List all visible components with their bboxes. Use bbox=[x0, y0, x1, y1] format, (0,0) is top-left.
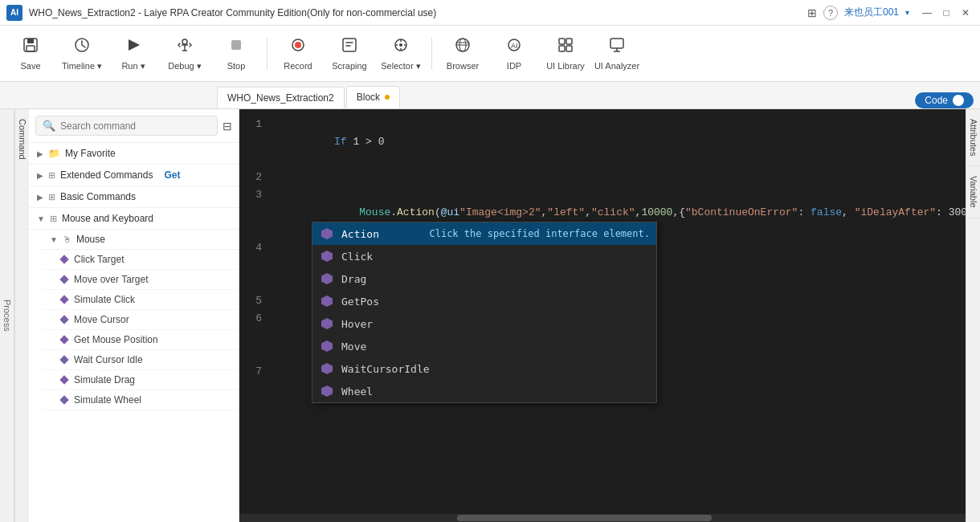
minimize-button[interactable]: — bbox=[919, 5, 935, 21]
help-icon[interactable]: ? bbox=[823, 6, 838, 20]
attributes-tab[interactable]: Attributes bbox=[967, 109, 980, 166]
sidebar-item-click-target[interactable]: Click Target bbox=[42, 250, 239, 270]
diamond-icon bbox=[59, 375, 68, 384]
selector-icon bbox=[392, 36, 410, 58]
record-button[interactable]: Record bbox=[274, 30, 322, 78]
ac-item-hover[interactable]: Hover bbox=[312, 312, 656, 335]
variable-tab[interactable]: Variable bbox=[967, 166, 980, 218]
ui-library-label: UI Library bbox=[546, 61, 585, 71]
svg-rect-9 bbox=[343, 39, 356, 51]
save-button[interactable]: Save bbox=[6, 30, 55, 78]
ui-analyzer-button[interactable]: UI Analyzer bbox=[593, 30, 641, 78]
ac-icon-drag bbox=[319, 271, 335, 287]
diamond-icon bbox=[59, 295, 68, 304]
diamond-icon bbox=[59, 315, 68, 324]
command-list: ▶ 📁 My Favorite ▶ ⊞ Extended Commands Ge… bbox=[29, 143, 239, 522]
sidebar-item-wait-cursor-idle[interactable]: Wait Cursor Idle bbox=[42, 350, 239, 370]
sidebar-item-simulate-drag[interactable]: Simulate Drag bbox=[42, 370, 239, 390]
folder-icon: 📁 bbox=[48, 148, 60, 159]
svg-rect-23 bbox=[566, 39, 572, 44]
ac-icon-wheel bbox=[319, 383, 335, 399]
editor-area[interactable]: 1 If 1 > 0 2 3 Mouse.Action(@ui"Image<im… bbox=[239, 109, 966, 522]
sidebar-item-simulate-wheel[interactable]: Simulate Wheel bbox=[42, 390, 239, 410]
chevron-down-icon: ▼ bbox=[50, 235, 58, 244]
app-logo: AI bbox=[6, 5, 22, 21]
ac-item-getpos[interactable]: GetPos bbox=[312, 290, 656, 312]
selector-button[interactable]: Selector ▾ bbox=[377, 30, 425, 78]
click-target-label: Click Target bbox=[74, 254, 124, 265]
sidebar-item-mouse-keyboard[interactable]: ▼ ⊞ Mouse and Keyboard bbox=[29, 208, 239, 230]
grid-icon[interactable]: ⊞ bbox=[807, 6, 817, 19]
run-button[interactable]: Run ▾ bbox=[109, 30, 157, 78]
tab-block[interactable]: Block bbox=[346, 86, 400, 108]
ac-item-move[interactable]: Move bbox=[312, 335, 656, 357]
ac-icon-getpos bbox=[319, 293, 335, 309]
get-mouse-position-label: Get Mouse Position bbox=[74, 334, 158, 345]
svg-text:AI: AI bbox=[511, 42, 518, 50]
sidebar-item-my-favorite[interactable]: ▶ 📁 My Favorite bbox=[29, 143, 239, 165]
hex-icon bbox=[321, 273, 333, 284]
svg-rect-24 bbox=[559, 46, 565, 51]
code-toggle-area: Code bbox=[915, 92, 974, 108]
debug-icon bbox=[176, 36, 194, 58]
scraping-button[interactable]: Scraping bbox=[325, 30, 374, 78]
mouse-sub-label: Mouse bbox=[76, 234, 105, 245]
ac-item-waitcursoridle[interactable]: WaitCursorIdle bbox=[312, 357, 656, 380]
ui-library-button[interactable]: UI Library bbox=[541, 30, 590, 78]
ac-item-drag[interactable]: Drag bbox=[312, 267, 656, 290]
sidebar-item-basic-commands[interactable]: ▶ ⊞ Basic Commands bbox=[29, 186, 239, 208]
stop-button[interactable]: Stop bbox=[212, 30, 260, 78]
my-favorite-label: My Favorite bbox=[65, 148, 116, 159]
command-sidebar[interactable]: Command bbox=[14, 109, 29, 522]
timeline-button[interactable]: Timeline ▾ bbox=[58, 30, 106, 78]
hex-icon bbox=[321, 228, 333, 239]
sidebar-item-simulate-click[interactable]: Simulate Click bbox=[42, 290, 239, 310]
close-button[interactable]: ✕ bbox=[958, 5, 974, 21]
horizontal-scrollbar[interactable] bbox=[239, 514, 966, 522]
basic-cmd-icon: ⊞ bbox=[48, 192, 55, 202]
main-layout: Process Command 🔍 ⊟ ▶ 📁 My Favorite ▶ ⊞ bbox=[0, 109, 980, 522]
chevron-icon: ▶ bbox=[37, 171, 43, 180]
sidebar-item-move-over-target[interactable]: Move over Target bbox=[42, 270, 239, 290]
line-number: 2 bbox=[239, 169, 272, 186]
hex-icon bbox=[321, 296, 333, 307]
get-button[interactable]: Get bbox=[164, 169, 180, 181]
ext-cmd-icon: ⊞ bbox=[48, 170, 55, 181]
ui-library-icon bbox=[557, 36, 574, 58]
debug-button[interactable]: Debug ▾ bbox=[161, 30, 209, 78]
browser-button[interactable]: Browser bbox=[439, 30, 487, 78]
ac-name-action: Action bbox=[341, 228, 416, 240]
process-sidebar[interactable]: Process bbox=[0, 109, 14, 522]
idp-button[interactable]: AI IDP bbox=[490, 30, 538, 78]
search-box[interactable]: 🔍 bbox=[35, 116, 218, 136]
title-right-controls: ⊞ ? 来也员工001 ▾ bbox=[807, 6, 909, 20]
sidebar-item-extended-commands[interactable]: ▶ ⊞ Extended Commands Get bbox=[29, 165, 239, 186]
ui-analyzer-label: UI Analyzer bbox=[594, 61, 639, 71]
line-number: 7 bbox=[239, 363, 272, 381]
svg-rect-22 bbox=[559, 39, 565, 44]
diamond-icon bbox=[59, 255, 68, 263]
ac-item-action[interactable]: Action Click the specified interface ele… bbox=[312, 222, 656, 245]
ac-desc-action: Click the specified interface element. bbox=[429, 228, 650, 239]
sidebar-item-move-cursor[interactable]: Move Cursor bbox=[42, 310, 239, 330]
scrollbar-thumb[interactable] bbox=[457, 515, 711, 521]
simulate-click-label: Simulate Click bbox=[74, 294, 135, 305]
code-toggle-label: Code bbox=[925, 95, 948, 106]
sidebar-item-mouse[interactable]: ▼ 🖱 Mouse bbox=[42, 230, 239, 250]
title-bar: AI WHO_News_Extraction2 - Laiye RPA Crea… bbox=[0, 0, 980, 26]
code-toggle-button[interactable]: Code bbox=[915, 92, 974, 108]
sidebar-item-get-mouse-position[interactable]: Get Mouse Position bbox=[42, 330, 239, 350]
ac-name-move: Move bbox=[341, 341, 650, 353]
maximize-button[interactable]: □ bbox=[938, 5, 954, 21]
mouse-sub-icon: 🖱 bbox=[63, 234, 71, 244]
search-input[interactable] bbox=[60, 120, 210, 132]
wait-cursor-idle-label: Wait Cursor Idle bbox=[74, 354, 143, 365]
user-label[interactable]: 来也员工001 bbox=[844, 6, 899, 19]
ac-item-wheel[interactable]: Wheel bbox=[312, 380, 656, 402]
collapse-button[interactable]: ⊟ bbox=[223, 120, 232, 133]
line-code: If 1 > 0 bbox=[272, 116, 966, 169]
tab-who-news[interactable]: WHO_News_Extraction2 bbox=[217, 87, 345, 108]
ac-item-click[interactable]: Click bbox=[312, 245, 656, 267]
record-icon bbox=[289, 36, 307, 58]
run-label: Run ▾ bbox=[121, 61, 145, 71]
